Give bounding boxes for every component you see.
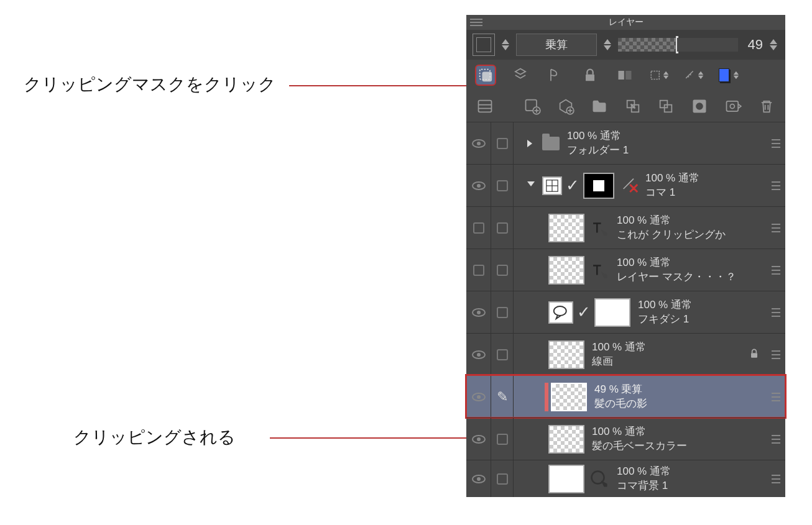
palette-color-box[interactable] [473, 34, 495, 56]
layer-handle-icon[interactable] [772, 224, 780, 232]
layer-text[interactable]: 100 % 通常 これが クリッピングか [466, 206, 785, 249]
svg-rect-5 [651, 71, 659, 80]
visibility-eye-icon[interactable] [472, 308, 486, 317]
svg-marker-24 [601, 272, 607, 278]
lock-icon [748, 347, 760, 362]
layer-thumbnail[interactable] [594, 298, 630, 327]
layer-name: コマ背景 1 [617, 479, 671, 493]
layer-thumbnail[interactable] [548, 256, 584, 285]
new-vector-layer-button[interactable] [556, 96, 576, 117]
layer-frame[interactable]: ✓ ✕ 100 % 通常 コマ 1 [466, 164, 785, 206]
layer-lineart[interactable]: 100 % 通常 線画 [466, 333, 785, 375]
panel-menu-icon[interactable] [470, 16, 482, 29]
svg-rect-4 [625, 71, 631, 80]
layer-opacity-mode: 100 % 通常 [567, 129, 629, 143]
vector-type-icon [589, 470, 609, 488]
layer-handle-icon[interactable] [772, 181, 780, 190]
chevron-right-icon[interactable] [527, 140, 532, 147]
layer-hair-base[interactable]: 100 % 通常 髪の毛ベースカラー [466, 418, 785, 460]
draft-layer-icon[interactable] [545, 65, 566, 86]
layer-opacity-mode: 100 % 通常 [592, 425, 687, 439]
apply-mask-button[interactable] [723, 96, 743, 117]
clipping-indicator-bar [545, 383, 548, 411]
svg-rect-15 [665, 105, 672, 112]
visibility-eye-icon[interactable] [472, 393, 486, 401]
layer-handle-icon[interactable] [772, 139, 780, 148]
new-raster-layer-button[interactable] [522, 96, 542, 117]
merge-down-button[interactable] [656, 96, 676, 117]
layer-thumbnail[interactable] [548, 465, 584, 493]
link-checkbox[interactable] [497, 222, 508, 234]
layer-frame-bg[interactable]: 100 % 通常 コマ背景 1 [466, 460, 785, 497]
transfer-down-button[interactable] [623, 96, 643, 117]
layer-handle-icon[interactable] [772, 266, 780, 275]
ruler-x-icon: ✕ [621, 176, 638, 196]
layer-hair-shadow-selected[interactable]: ✎ 49 % 乗算 髪の毛の影 [466, 375, 785, 418]
visibility-eye-icon[interactable] [472, 139, 486, 148]
layer-thumbnail[interactable] [548, 340, 584, 369]
svg-marker-28 [601, 480, 607, 486]
visibility-toggle[interactable] [473, 265, 484, 276]
reference-layer-icon[interactable] [510, 65, 531, 86]
layer-thumbnail[interactable] [551, 383, 587, 411]
link-checkbox[interactable] [497, 265, 508, 276]
blend-mode-select[interactable]: 乗算 [516, 34, 597, 56]
opacity-slider[interactable] [618, 38, 738, 52]
visibility-eye-icon[interactable] [472, 435, 486, 444]
layer-handle-icon[interactable] [772, 435, 780, 444]
svg-rect-26 [751, 353, 757, 358]
lock-layer-button[interactable] [579, 65, 601, 86]
svg-point-19 [731, 104, 735, 109]
link-checkbox[interactable] [497, 138, 508, 149]
opacity-stepper[interactable] [768, 39, 779, 50]
layer-opacity-mode: 100 % 通常 [617, 256, 736, 270]
annotation-line-1 [289, 85, 486, 86]
check-icon: ✓ [577, 303, 591, 322]
panel-view-icon[interactable] [475, 96, 495, 117]
layer-thumbnail[interactable] [548, 425, 584, 454]
layer-mask-button[interactable] [690, 96, 709, 117]
layer-handle-icon[interactable] [772, 350, 780, 359]
layer-opacity-mode: 100 % 通常 [645, 171, 699, 185]
mask-toggle-icon[interactable] [614, 65, 635, 86]
layer-thumbnail[interactable] [548, 214, 584, 242]
new-folder-button[interactable] [589, 96, 609, 117]
layer-name: 線画 [592, 355, 646, 368]
layer-handle-icon[interactable] [772, 393, 780, 401]
visibility-eye-icon[interactable] [472, 475, 486, 483]
layer-folder[interactable]: 100 % 通常 フォルダー 1 [466, 122, 785, 164]
layer-name: これが クリッピングか [617, 228, 726, 242]
visibility-eye-icon[interactable] [472, 350, 486, 359]
svg-rect-1 [482, 72, 491, 81]
frame-type-icon [542, 176, 562, 195]
layer-color-button[interactable] [719, 65, 740, 86]
visibility-eye-icon[interactable] [472, 181, 486, 190]
link-checkbox[interactable] [497, 349, 508, 360]
svg-rect-18 [727, 101, 739, 111]
layer-opacity-mode: 100 % 通常 [638, 298, 692, 312]
opacity-value: 49 [743, 37, 763, 53]
clipping-mask-button[interactable] [475, 65, 496, 86]
palette-stepper[interactable] [500, 39, 511, 50]
delete-layer-button[interactable] [757, 96, 777, 117]
visibility-toggle[interactable] [473, 222, 484, 234]
layer-opacity-mode: 100 % 通常 [617, 214, 726, 227]
layer-name: フキダシ 1 [638, 313, 692, 326]
ruler-icon[interactable] [684, 65, 705, 86]
layer-mask-thumb[interactable] [583, 173, 614, 199]
layer-name: フォルダー 1 [567, 144, 629, 157]
layer-list: 100 % 通常 フォルダー 1 ✓ [466, 122, 785, 497]
panel-title-bar: レイヤー [466, 15, 785, 30]
link-checkbox[interactable] [497, 307, 508, 318]
link-checkbox[interactable] [497, 473, 508, 485]
layer-text[interactable]: 100 % 通常 レイヤー マスク・・・？ [466, 249, 785, 291]
chevron-down-icon[interactable] [527, 181, 535, 190]
link-checkbox[interactable] [497, 180, 508, 191]
layer-handle-icon[interactable] [772, 475, 780, 483]
link-checkbox[interactable] [497, 434, 508, 445]
layer-handle-icon[interactable] [772, 308, 780, 317]
selection-mask-icon[interactable] [649, 65, 670, 86]
layer-balloon[interactable]: ✓ 100 % 通常 フキダシ 1 [466, 291, 785, 333]
layer-name: 髪の毛の影 [594, 397, 647, 411]
blend-mode-stepper[interactable] [602, 39, 613, 50]
